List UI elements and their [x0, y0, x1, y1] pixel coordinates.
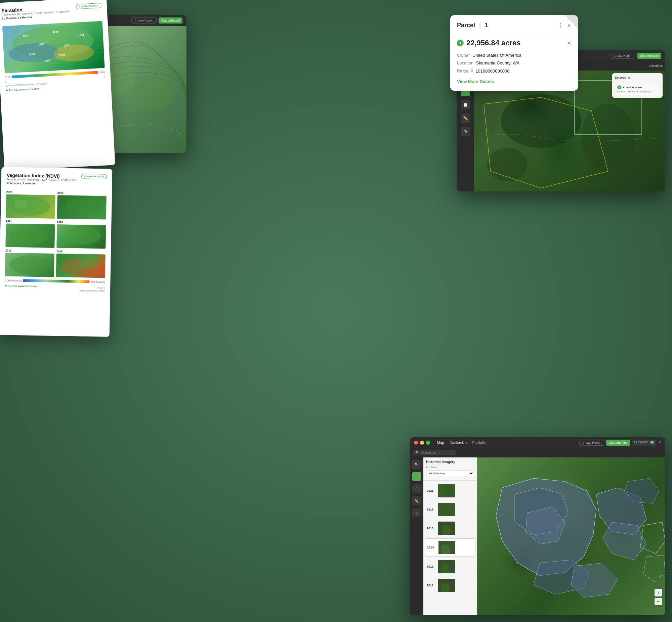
- legend-max-label: 1295: [100, 71, 105, 74]
- parcel-owner-row: Owner United States Of America: [457, 51, 571, 59]
- ndvi-thumb-2021: [5, 223, 55, 248]
- hist-thumb-2014: [438, 541, 455, 554]
- ndvi-legend-min: 0 (above/below): [5, 279, 22, 282]
- hist-year-2016[interactable]: 2016: [425, 520, 475, 537]
- ndvi-thumb-2018: [56, 253, 105, 278]
- close-icon-hist: ✕: [451, 451, 453, 454]
- historical-map[interactable]: + −: [477, 457, 665, 615]
- selection-item: 1 22,956.84 acres Location: Skamania Cou…: [615, 83, 660, 95]
- location-nav-hist[interactable]: 📍: [412, 472, 421, 481]
- shape-nav-hist[interactable]: ◇: [412, 509, 421, 517]
- svg-text:1257: 1257: [44, 59, 51, 63]
- chevron-down-icon-hist[interactable]: ∨: [658, 440, 661, 446]
- report-elevation-window: Elevation Pocahontas, IA · Township: Dov…: [0, 0, 115, 171]
- more-options-icon[interactable]: ⋮: [558, 22, 563, 29]
- ndvi-thumb-2022: [57, 195, 106, 220]
- selections-number: 8: [650, 441, 654, 444]
- elevation-svg: 1237 1240 1234 1248 1241 1249 1248 1257: [2, 21, 105, 73]
- parcel-number-row: Parcel # 10100000000000: [457, 67, 571, 75]
- tab-portfolio-hist[interactable]: Portfolio: [472, 441, 485, 445]
- window-historical: Map Customize Portfolio Create Report Sh…: [410, 437, 665, 615]
- parcel-close-icon[interactable]: ✕: [567, 40, 571, 46]
- historical-titlebar: Map Customize Portfolio Create Report Sh…: [410, 437, 665, 448]
- svg-point-3: [501, 94, 581, 148]
- hist-filter-for-date: For Date: [426, 466, 474, 469]
- hist-imagery-list: 2021 2018: [423, 481, 477, 597]
- create-report-button[interactable]: Create Report: [131, 18, 157, 24]
- search-icon-hist: 🔍: [415, 451, 419, 454]
- ndvi-svg-2019: [5, 252, 55, 277]
- historical-search-toolbar: 🔍 All Insights ✕: [410, 448, 665, 457]
- close-button-hist[interactable]: [414, 441, 418, 445]
- hist-thumb-svg-2018: [438, 503, 455, 516]
- hist-year-2011[interactable]: 2011: [425, 577, 475, 594]
- selections-panel-title: Selections: [615, 76, 660, 81]
- ndvi-svg-2021: [5, 223, 55, 248]
- svg-text:1248: 1248: [59, 54, 65, 57]
- draw-nav-icon[interactable]: ✏️: [461, 113, 470, 123]
- hist-year-2018[interactable]: 2018: [425, 501, 475, 518]
- hist-thumb-2018: [438, 503, 455, 516]
- ndvi-item-2021: 2021: [5, 220, 55, 248]
- svg-text:1241: 1241: [64, 44, 70, 47]
- parcel-popup-header: Parcel | 1 ⋮ ∧: [457, 22, 571, 33]
- zoom-out-button[interactable]: −: [654, 598, 662, 605]
- ndvi-thumb-2023: [6, 194, 56, 219]
- parcel-location-row: Location Skamania County, WA: [457, 59, 571, 67]
- hist-year-2014[interactable]: 2014: [425, 539, 475, 556]
- create-report-button-sat[interactable]: Create Report: [610, 53, 635, 59]
- parcel-popup: Parcel | 1 ⋮ ∧ 1 22,956.84 acres ✕ Owner…: [450, 15, 578, 91]
- svg-point-5: [487, 148, 528, 181]
- historical-parcels-svg: [477, 457, 665, 615]
- report-ndvi-page: Vegetation Index (NDVI) Pocahontas, IA ·…: [0, 167, 112, 337]
- svg-text:1234: 1234: [78, 34, 84, 37]
- share-embed-button-hist[interactable]: Share/Embed: [606, 440, 630, 446]
- ndvi-item-2020: 2020: [57, 221, 106, 249]
- tab-customize-hist[interactable]: Customize: [449, 441, 467, 445]
- map-zoom-controls: + −: [654, 589, 662, 605]
- legend-min-label: 1269: [5, 76, 10, 78]
- view-more-details-link[interactable]: View More Details: [457, 79, 571, 84]
- collapse-icon[interactable]: ∧: [567, 22, 571, 29]
- hist-year-2021[interactable]: 2021: [425, 482, 475, 499]
- create-report-button-hist[interactable]: Create Report: [579, 440, 604, 446]
- hist-thumb-2012: [438, 560, 455, 573]
- report-ndvi-window: Vegetation Index (NDVI) Pocahontas, IA ·…: [0, 167, 112, 337]
- draw-nav-hist[interactable]: ✏️: [412, 496, 421, 505]
- hist-thumb-svg-2012: [438, 560, 455, 573]
- ndvi-logo: COMPANY LOGO: [81, 174, 107, 179]
- selections-count-badge[interactable]: Selections 8: [632, 440, 657, 446]
- elevation-map-thumb: 1237 1240 1234 1248 1241 1249 1248 1257: [2, 21, 105, 73]
- hist-thumb-2016: [438, 522, 455, 535]
- svg-text:1237: 1237: [23, 34, 29, 38]
- ndvi-report-header: Vegetation Index (NDVI) Pocahontas, IA ·…: [6, 172, 107, 189]
- share-embed-button[interactable]: Share/Embed: [159, 18, 182, 24]
- filter-nav-icon[interactable]: ⊞: [461, 127, 470, 136]
- tab-map-hist[interactable]: Map: [437, 441, 444, 445]
- hist-year-2012[interactable]: 2012: [425, 558, 475, 575]
- ndvi-svg-2020: [57, 224, 106, 249]
- parcel-acres-row: 1 22,956.84 acres ✕: [457, 39, 571, 47]
- selection-details: Location: Skamania County, WA: [617, 90, 658, 93]
- hist-date-filter[interactable]: All Selections: [426, 471, 474, 476]
- layers-nav-icon[interactable]: 📋: [461, 100, 470, 109]
- selection-badge: 1: [617, 85, 621, 89]
- hist-thumb-svg-2016: [438, 522, 455, 535]
- svg-text:1240: 1240: [53, 30, 59, 34]
- hist-thumb-svg-2021: [438, 484, 455, 497]
- ndvi-grid: 2023 2022 2: [5, 191, 106, 278]
- share-embed-button-sat[interactable]: Share/Embed: [637, 53, 661, 59]
- zoom-in-button[interactable]: +: [654, 589, 662, 596]
- hist-search-box[interactable]: 🔍 All Insights ✕: [413, 450, 456, 455]
- ndvi-acrs-logo: ⊕ ACRES www.acres.com: [5, 284, 38, 288]
- minimize-button-hist[interactable]: [420, 441, 424, 445]
- layers-nav-hist[interactable]: ⊞: [412, 484, 421, 493]
- ndvi-item-2022: 2022: [57, 192, 106, 220]
- search-nav-hist[interactable]: 🔍: [412, 460, 421, 469]
- report-elevation-page: Elevation Pocahontas, IA · Township: Dov…: [0, 0, 115, 171]
- ndvi-thumb-2020: [57, 224, 106, 249]
- report-header: Elevation Pocahontas, IA · Township: Dov…: [1, 3, 102, 24]
- hist-panel-title: Historical Imagery: [426, 460, 474, 464]
- maximize-button-hist[interactable]: [426, 441, 430, 445]
- report-logo: COMPANY LOGO: [76, 3, 101, 9]
